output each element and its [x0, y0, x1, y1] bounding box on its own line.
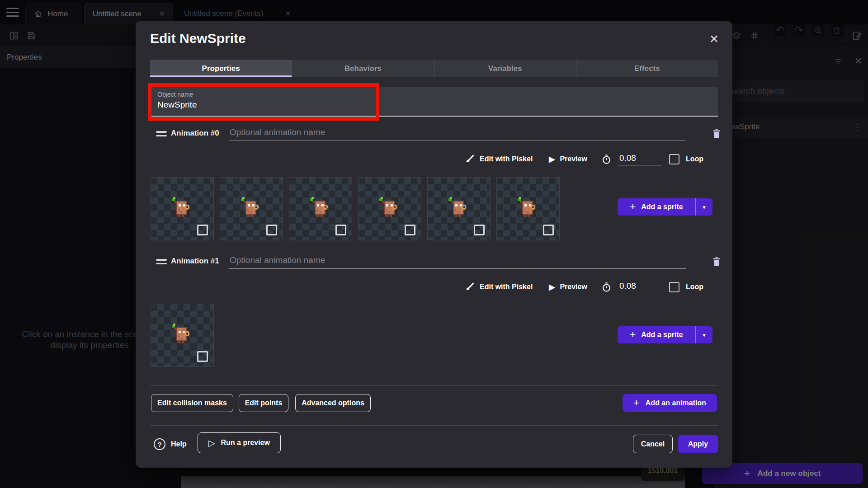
- stopwatch-icon: [601, 154, 612, 165]
- pig-sprite-image: [514, 196, 540, 222]
- tab-behaviors[interactable]: Behaviors: [292, 60, 434, 77]
- edit-collision-masks-button[interactable]: Edit collision masks: [151, 394, 233, 412]
- cancel-button[interactable]: Cancel: [633, 435, 673, 453]
- edit-points-button[interactable]: Edit points: [239, 394, 288, 412]
- animation-0-frames: [151, 177, 560, 240]
- footer-divider: [150, 425, 718, 426]
- add-a-sprite-split-button: + Add a sprite ▾: [618, 326, 712, 343]
- animation-1-header: Animation #1: [150, 255, 718, 269]
- frame-select-checkbox[interactable]: [197, 225, 208, 235]
- object-name-field[interactable]: Object name NewSprite: [150, 87, 718, 117]
- animation-1-title: Animation #1: [171, 257, 219, 266]
- delete-animation-0-trash-icon[interactable]: [711, 127, 724, 140]
- sprite-frame-thumbnail[interactable]: [220, 177, 283, 240]
- sprite-frame-thumbnail[interactable]: [151, 304, 214, 367]
- loop-checkbox[interactable]: [669, 282, 679, 292]
- play-outline-icon: ▷: [208, 438, 215, 448]
- animation-0-controls: Edit with Piskel ▶ Preview Loop: [464, 152, 703, 166]
- sprite-frame-thumbnail[interactable]: [151, 177, 214, 240]
- add-an-animation-button[interactable]: + Add an animation: [623, 394, 717, 412]
- run-a-preview-button[interactable]: ▷ Run a preview: [198, 432, 281, 453]
- advanced-options-button[interactable]: Advanced options: [295, 394, 371, 412]
- sprite-frame-thumbnail[interactable]: [358, 177, 421, 240]
- add-sprite-dropdown-caret[interactable]: ▾: [695, 326, 712, 343]
- help-button[interactable]: ? Help: [154, 438, 187, 450]
- object-name-field-value: NewSprite: [157, 100, 197, 110]
- play-icon: ▶: [549, 282, 555, 292]
- sprite-frame-thumbnail[interactable]: [496, 177, 560, 240]
- frame-select-checkbox[interactable]: [474, 225, 485, 235]
- add-sprite-dropdown-caret[interactable]: ▾: [695, 198, 712, 216]
- edit-with-piskel-button[interactable]: Edit with Piskel: [464, 154, 533, 164]
- dialog-title: Edit NewSprite: [150, 31, 246, 46]
- stopwatch-icon: [601, 282, 612, 293]
- frame-select-checkbox[interactable]: [266, 225, 277, 235]
- preview-animation-button[interactable]: ▶ Preview: [549, 282, 587, 292]
- loop-label: Loop: [686, 283, 703, 291]
- drag-handle-icon[interactable]: [156, 131, 167, 136]
- frame-select-checkbox[interactable]: [543, 225, 554, 235]
- pig-sprite-image: [237, 196, 264, 222]
- add-a-sprite-button[interactable]: + Add a sprite: [618, 198, 695, 216]
- animation-0-title: Animation #0: [171, 129, 219, 138]
- plus-icon: +: [630, 329, 636, 341]
- loop-checkbox[interactable]: [669, 154, 679, 164]
- drag-handle-icon[interactable]: [156, 259, 167, 264]
- preview-animation-button[interactable]: ▶ Preview: [549, 155, 587, 164]
- tab-properties[interactable]: Properties: [150, 60, 292, 77]
- pig-sprite-image: [168, 196, 194, 222]
- animation-1-frames: [151, 304, 214, 367]
- time-between-frames-input[interactable]: [618, 153, 662, 165]
- add-a-sprite-button[interactable]: + Add a sprite: [618, 326, 695, 343]
- pig-sprite-image: [376, 196, 402, 222]
- frame-select-checkbox[interactable]: [405, 225, 415, 235]
- animation-1-controls: Edit with Piskel ▶ Preview Loop: [464, 280, 703, 294]
- frame-select-checkbox[interactable]: [197, 351, 208, 362]
- add-a-sprite-split-button: + Add a sprite ▾: [618, 198, 712, 216]
- brush-icon: [464, 154, 475, 164]
- animation-1-name-input[interactable]: [229, 253, 686, 269]
- brush-icon: [464, 282, 475, 292]
- question-icon: ?: [154, 438, 165, 450]
- delete-animation-1-trash-icon[interactable]: [711, 254, 724, 268]
- time-between-frames-input[interactable]: [618, 281, 662, 293]
- pig-sprite-image: [445, 196, 471, 222]
- pig-sprite-image: [307, 196, 333, 222]
- section-divider: [150, 385, 718, 386]
- tab-variables[interactable]: Variables: [434, 60, 576, 77]
- apply-button[interactable]: Apply: [678, 435, 718, 453]
- object-name-field-label: Object name: [157, 91, 193, 98]
- edit-with-piskel-button[interactable]: Edit with Piskel: [464, 282, 533, 292]
- close-dialog-icon[interactable]: ✕: [709, 33, 719, 46]
- tab-effects[interactable]: Effects: [576, 60, 718, 77]
- sprite-frame-thumbnail[interactable]: [289, 177, 352, 240]
- sprite-frame-thumbnail[interactable]: [427, 177, 491, 240]
- plus-icon: +: [633, 397, 639, 409]
- plus-icon: +: [630, 201, 636, 213]
- play-icon: ▶: [549, 155, 555, 164]
- section-divider: [150, 250, 718, 250]
- loop-label: Loop: [686, 155, 703, 163]
- animation-0-name-input[interactable]: [229, 126, 686, 141]
- pig-sprite-image: [168, 322, 194, 348]
- dialog-tabbar: Properties Behaviors Variables Effects: [150, 60, 718, 77]
- edit-sprite-dialog: Edit NewSprite ✕ Properties Behaviors Va…: [136, 21, 732, 468]
- frame-select-checkbox[interactable]: [335, 225, 346, 235]
- animation-0-header: Animation #0: [150, 127, 718, 141]
